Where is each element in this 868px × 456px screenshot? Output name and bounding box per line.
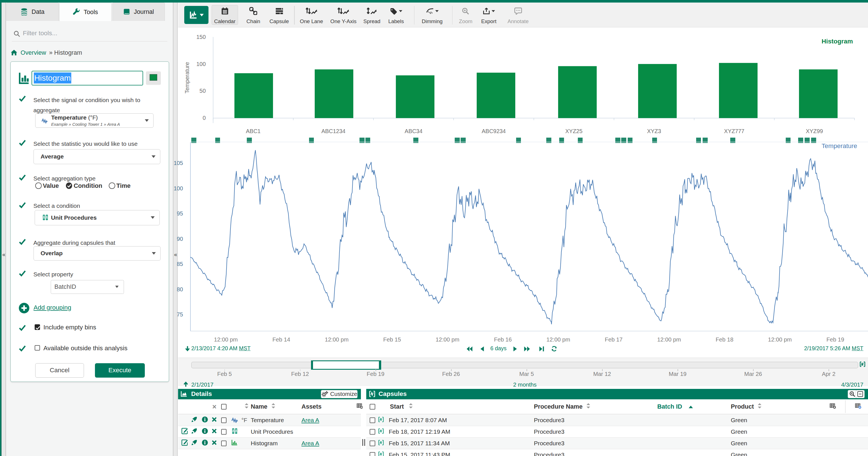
svg-text:Feb 19: Feb 19 [826,336,844,342]
svg-text:Feb 18: Feb 18 [716,336,733,342]
svg-text:12:00 pm: 12:00 pm [325,336,348,342]
svg-text:Feb 16: Feb 16 [494,336,512,342]
svg-text:12:00 pm: 12:00 pm [657,336,681,342]
svg-text:95: 95 [177,210,183,217]
svg-text:Temperature: Temperature [184,62,190,94]
svg-text:12:00 pm: 12:00 pm [214,336,238,342]
svg-text:12:00 pm: 12:00 pm [546,336,570,342]
svg-text:Temperature: Temperature [822,142,857,149]
svg-text:100: 100 [196,61,206,67]
svg-text:150: 150 [196,34,206,40]
svg-text:50: 50 [199,88,206,94]
svg-text:Feb 17: Feb 17 [605,336,623,342]
svg-text:XYZ25: XYZ25 [565,128,583,134]
svg-text:0: 0 [203,115,206,121]
svg-text:Feb 14: Feb 14 [273,336,290,342]
svg-text:12:00 pm: 12:00 pm [768,336,792,342]
svg-text:XYZ3: XYZ3 [647,128,661,134]
svg-text:85: 85 [177,261,183,267]
svg-text:ABC34: ABC34 [405,128,422,134]
svg-text:ABC1: ABC1 [246,128,260,134]
svg-text:XYZ99: XYZ99 [806,128,823,134]
svg-text:ABC1234: ABC1234 [321,128,345,134]
svg-text:90: 90 [177,235,183,242]
svg-text:100: 100 [174,185,183,191]
svg-text:Feb 15: Feb 15 [383,336,401,342]
svg-text:12:00 pm: 12:00 pm [436,336,459,342]
svg-text:80: 80 [177,286,183,292]
svg-text:ABC9234: ABC9234 [482,128,506,134]
svg-text:Histogram: Histogram [822,38,853,45]
svg-text:XYZ777: XYZ777 [724,128,744,134]
svg-text:75: 75 [177,311,183,317]
svg-text:105: 105 [174,160,183,166]
